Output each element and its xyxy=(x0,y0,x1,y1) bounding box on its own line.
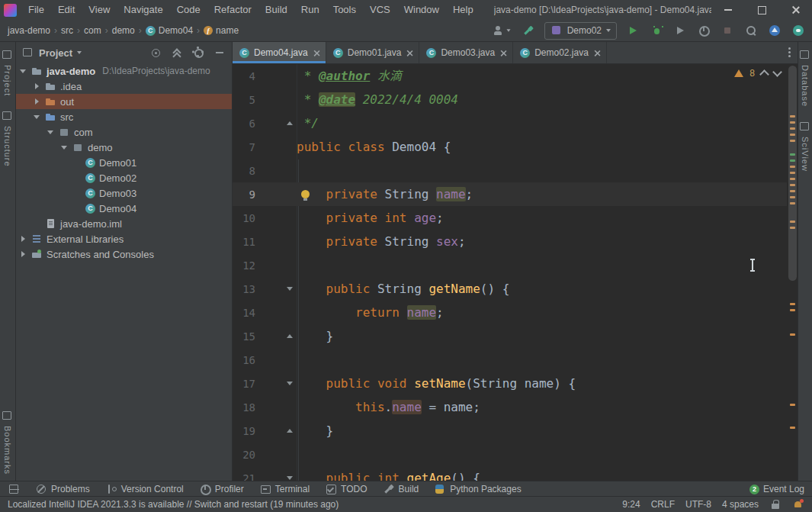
indent-size[interactable]: 4 spaces xyxy=(722,499,759,510)
stripe-project-button[interactable]: Project xyxy=(2,42,14,103)
close-button[interactable] xyxy=(778,0,812,20)
tree-item-java-demo[interactable]: java-demoD:\IdeaProjects\java-demo xyxy=(16,63,232,79)
stop-button[interactable] xyxy=(720,23,735,38)
close-tab-icon[interactable] xyxy=(313,50,318,55)
warning-stripe-mark[interactable] xyxy=(790,303,795,305)
stripe-sciview-button[interactable]: SciView xyxy=(799,114,811,179)
stripe-bookmarks-button[interactable]: Bookmarks xyxy=(2,403,14,481)
expand-arrow-icon[interactable] xyxy=(19,251,27,257)
menu-code[interactable]: Code xyxy=(170,0,207,20)
breadcrumb-name[interactable]: name xyxy=(202,25,240,36)
ide-update-button[interactable] xyxy=(767,23,782,38)
warning-stripe-mark[interactable] xyxy=(790,333,795,336)
menu-run[interactable]: Run xyxy=(294,0,326,20)
tree-item-demo[interactable]: demo xyxy=(16,140,232,155)
close-tab-icon[interactable] xyxy=(500,50,505,55)
menu-edit[interactable]: Edit xyxy=(51,0,82,20)
collapse-arrow-icon[interactable] xyxy=(19,69,27,73)
run-with-coverage-button[interactable] xyxy=(672,23,688,38)
menu-window[interactable]: Window xyxy=(397,0,446,20)
tree-item-scratches-and-consoles[interactable]: Scratches and Consoles xyxy=(16,246,232,262)
collapse-arrow-icon[interactable] xyxy=(47,130,54,134)
tab-demo02-java[interactable]: Demo02.java xyxy=(513,42,607,63)
stripe-database-button[interactable]: Database xyxy=(799,42,811,114)
fold-marker[interactable] xyxy=(283,121,297,125)
menu-refactor[interactable]: Refactor xyxy=(207,0,258,20)
code-with-me-button[interactable] xyxy=(791,23,806,38)
tree-item-out[interactable]: out xyxy=(16,94,232,109)
breadcrumb-java-demo[interactable]: java-demo xyxy=(6,25,52,36)
tree-item-demo02[interactable]: Demo02 xyxy=(16,170,232,185)
todo-button[interactable]: TODO xyxy=(325,483,367,495)
fold-marker[interactable] xyxy=(283,429,297,433)
caret-position[interactable]: 9:24 xyxy=(622,499,640,510)
menu-build[interactable]: Build xyxy=(258,0,294,20)
status-message[interactable]: Localized IntelliJ IDEA 2021.3.3 is avai… xyxy=(8,499,622,510)
tree-item-demo01[interactable]: Demo01 xyxy=(16,155,232,170)
expand-arrow-icon[interactable] xyxy=(33,83,40,89)
run-button[interactable] xyxy=(625,23,640,38)
fold-marker[interactable] xyxy=(283,334,297,338)
build-button[interactable]: Build xyxy=(383,483,419,495)
menu-file[interactable]: File xyxy=(21,0,51,20)
user-menu-button[interactable] xyxy=(490,23,512,38)
project-panel-title[interactable]: Project xyxy=(39,47,72,59)
tree-item-idea[interactable]: .idea xyxy=(16,79,232,94)
tab-demo03-java[interactable]: Demo03.java xyxy=(419,42,513,63)
breadcrumb-demo04[interactable]: Demo04 xyxy=(144,25,194,36)
tree-item-demo04[interactable]: Demo04 xyxy=(16,201,232,216)
readonly-toggle-button[interactable] xyxy=(769,498,782,510)
tree-item-com[interactable]: com xyxy=(16,124,232,140)
build-project-button[interactable] xyxy=(521,23,536,38)
fold-marker[interactable] xyxy=(283,382,297,385)
fold-marker[interactable] xyxy=(283,476,297,480)
editor-surface[interactable]: 4 * @author 水滴5 * @date 2022/4/4 00046 *… xyxy=(233,64,798,481)
debug-button[interactable] xyxy=(649,23,664,38)
event-log-button[interactable]: 2Event Log xyxy=(749,484,804,494)
profiler-button[interactable]: Profiler xyxy=(199,483,244,495)
close-tab-icon[interactable] xyxy=(594,50,599,55)
tree-item-demo03[interactable]: Demo03 xyxy=(16,185,232,201)
tab-demo04-java[interactable]: Demo04.java xyxy=(233,42,326,63)
settings-button[interactable] xyxy=(192,47,204,59)
minimize-button[interactable] xyxy=(711,0,745,20)
collapse-arrow-icon[interactable] xyxy=(33,115,40,119)
tool-window-switcher-button[interactable] xyxy=(8,483,20,495)
breadcrumb-com[interactable]: com xyxy=(82,25,103,36)
warning-stripe-mark[interactable] xyxy=(790,427,795,429)
select-opened-file-button[interactable] xyxy=(149,47,162,59)
next-problem-button[interactable] xyxy=(772,67,782,77)
menu-help[interactable]: Help xyxy=(446,0,480,20)
file-encoding[interactable]: UTF-8 xyxy=(685,499,711,510)
collapse-arrow-icon[interactable] xyxy=(60,146,68,150)
python-packages-button[interactable]: Python Packages xyxy=(434,483,521,495)
maximize-button[interactable] xyxy=(745,0,778,20)
notifications-button[interactable] xyxy=(792,498,804,510)
intention-bulb-icon[interactable] xyxy=(301,190,310,198)
hide-panel-button[interactable] xyxy=(213,47,226,59)
warning-stripe-mark[interactable] xyxy=(790,404,795,406)
expand-arrow-icon[interactable] xyxy=(33,98,40,105)
line-separator[interactable]: CRLF xyxy=(651,499,675,510)
tab-options-button[interactable] xyxy=(782,42,798,63)
menu-view[interactable]: View xyxy=(82,0,117,20)
fold-marker[interactable] xyxy=(283,287,297,291)
close-tab-icon[interactable] xyxy=(406,50,411,55)
menu-navigate[interactable]: Navigate xyxy=(117,0,169,20)
prev-problem-button[interactable] xyxy=(759,69,769,79)
menu-tools[interactable]: Tools xyxy=(326,0,363,20)
scrollbar-thumb[interactable] xyxy=(788,66,797,281)
expand-arrow-icon[interactable] xyxy=(19,236,27,242)
tree-item-external-libraries[interactable]: External Libraries xyxy=(16,231,232,246)
search-everywhere-button[interactable] xyxy=(743,23,759,38)
profile-button[interactable] xyxy=(696,23,711,38)
terminal-button[interactable]: Terminal xyxy=(259,483,310,495)
tree-item-src[interactable]: src xyxy=(16,109,232,124)
tree-item-java-demo-iml[interactable]: java-demo.iml xyxy=(16,216,232,231)
breadcrumb-demo[interactable]: demo xyxy=(111,25,136,36)
collapse-all-button[interactable] xyxy=(171,47,183,59)
menu-vcs[interactable]: VCS xyxy=(363,0,397,20)
warning-stripe-mark[interactable] xyxy=(790,309,795,311)
tab-demo01-java[interactable]: Demo01.java xyxy=(326,42,420,63)
run-config-selector[interactable]: Demo02 xyxy=(544,22,617,40)
